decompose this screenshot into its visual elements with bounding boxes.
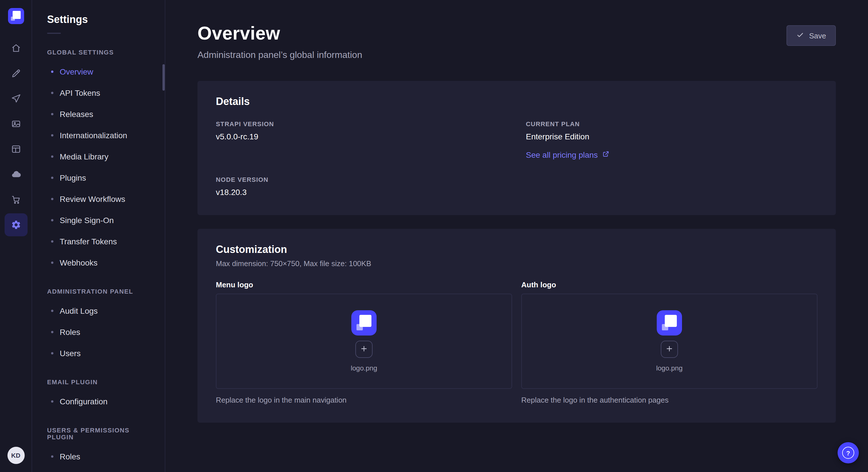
rail-item-marketplace[interactable] <box>4 188 27 211</box>
bullet-icon <box>51 240 53 242</box>
pricing-plans-link-label: See all pricing plans <box>526 150 598 160</box>
sidebar-item-plugins[interactable]: Plugins <box>32 167 165 188</box>
strapi-logo-preview <box>657 310 682 336</box>
strapi-version-field: STRAPI VERSION v5.0.0-rc.19 <box>216 121 507 160</box>
bullet-icon <box>51 219 53 221</box>
sidebar-item-up-roles[interactable]: Roles <box>32 446 165 467</box>
bullet-icon <box>51 92 53 94</box>
sidebar-item-admin-roles[interactable]: Roles <box>32 321 165 342</box>
sidebar-item-internationalization[interactable]: Internationalization <box>32 125 165 146</box>
sidebar-item-single-sign-on[interactable]: Single Sign-On <box>32 209 165 231</box>
details-card-title: Details <box>216 96 817 108</box>
gear-icon <box>11 220 21 230</box>
auth-logo-caption: Replace the logo in the authentication p… <box>521 396 817 404</box>
sidebar-item-releases[interactable]: Releases <box>32 103 165 125</box>
sidebar-item-api-tokens[interactable]: API Tokens <box>32 82 165 103</box>
sidebar-item-email-configuration[interactable]: Configuration <box>32 391 165 412</box>
sidebar-section-email-plugin: EMAIL PLUGIN Configuration <box>32 378 165 412</box>
pricing-plans-link[interactable]: See all pricing plans <box>526 150 610 160</box>
sidebar-item-label: Plugins <box>60 173 86 182</box>
rail-item-deploy[interactable] <box>4 87 27 110</box>
layout-icon <box>11 144 21 154</box>
sidebar-item-label: Single Sign-On <box>60 215 114 225</box>
rail-item-cloud[interactable] <box>4 163 27 186</box>
sidebar-item-label: Configuration <box>60 397 107 406</box>
customization-subtitle: Max dimension: 750×750, Max file size: 1… <box>216 259 817 268</box>
external-link-icon <box>602 150 610 160</box>
section-label: ADMINISTRATION PANEL <box>32 288 165 295</box>
save-button-label: Save <box>809 31 826 40</box>
rail-item-content-type-builder[interactable] <box>4 62 27 85</box>
menu-logo-block: Menu logo logo.png Replace the logo in t… <box>216 280 512 404</box>
strapi-logo[interactable] <box>8 8 24 24</box>
sidebar-scrollbar[interactable] <box>162 64 165 91</box>
node-version-field: NODE VERSION v18.20.3 <box>216 176 507 197</box>
page-title: Overview <box>197 23 362 44</box>
settings-sidebar-title: Settings <box>32 14 165 26</box>
field-value: v18.20.3 <box>216 188 507 197</box>
rail-item-settings[interactable] <box>4 213 27 236</box>
home-icon <box>11 43 21 53</box>
strapi-logo-preview <box>351 310 377 336</box>
sidebar-item-webhooks[interactable]: Webhooks <box>32 252 165 273</box>
sidebar-item-media-library[interactable]: Media Library <box>32 146 165 167</box>
sidebar-item-label: Roles <box>60 452 81 461</box>
bullet-icon <box>51 113 53 115</box>
customization-card: Customization Max dimension: 750×750, Ma… <box>197 229 836 423</box>
question-mark-icon: ? <box>842 447 854 459</box>
settings-sidebar: Settings GLOBAL SETTINGS Overview API To… <box>32 0 165 472</box>
sidebar-item-label: API Tokens <box>60 88 100 97</box>
current-plan-field: CURRENT PLAN Enterprise Edition See all … <box>526 121 817 160</box>
save-button[interactable]: Save <box>787 25 836 46</box>
check-icon <box>797 31 805 40</box>
page-header: Overview Administration panel’s global i… <box>197 23 836 60</box>
logo-grid: Menu logo logo.png Replace the logo in t… <box>216 280 817 404</box>
sidebar-item-admin-users[interactable]: Users <box>32 342 165 364</box>
details-card: Details STRAPI VERSION v5.0.0-rc.19 CURR… <box>197 81 836 215</box>
pen-icon <box>11 68 21 78</box>
sidebar-item-label: Transfer Tokens <box>60 237 117 246</box>
rail-item-content-manager[interactable] <box>4 138 27 161</box>
auth-logo-label: Auth logo <box>521 280 817 289</box>
plus-icon <box>665 344 673 354</box>
sidebar-item-label: Roles <box>60 327 81 336</box>
sidebar-item-audit-logs[interactable]: Audit Logs <box>32 300 165 321</box>
sidebar-section-users-permissions-plugin: USERS & PERMISSIONS PLUGIN Roles Provide… <box>32 427 165 472</box>
menu-logo-add-button[interactable] <box>355 341 373 358</box>
sidebar-section-global-settings: GLOBAL SETTINGS Overview API Tokens Rele… <box>32 49 165 273</box>
auth-logo-block: Auth logo logo.png Replace the logo in t… <box>521 280 817 404</box>
page-header-text: Overview Administration panel’s global i… <box>197 23 362 60</box>
details-grid: STRAPI VERSION v5.0.0-rc.19 CURRENT PLAN… <box>216 121 817 197</box>
rail-item-home[interactable] <box>4 37 27 60</box>
user-avatar[interactable]: KD <box>7 447 24 464</box>
sidebar-item-label: Webhooks <box>60 258 98 267</box>
sidebar-item-review-workflows[interactable]: Review Workflows <box>32 188 165 209</box>
menu-logo-filename: logo.png <box>351 364 377 372</box>
sidebar-item-transfer-tokens[interactable]: Transfer Tokens <box>32 231 165 252</box>
section-label: USERS & PERMISSIONS PLUGIN <box>32 427 165 440</box>
bullet-icon <box>51 176 53 179</box>
rail-item-media-library[interactable] <box>4 112 27 135</box>
images-icon <box>11 119 21 129</box>
plus-icon <box>360 344 368 354</box>
help-button[interactable]: ? <box>838 442 859 463</box>
menu-logo-caption: Replace the logo in the main navigation <box>216 396 512 404</box>
section-label: EMAIL PLUGIN <box>32 378 165 385</box>
auth-logo-filename: logo.png <box>656 364 683 372</box>
page-subtitle: Administration panel’s global informatio… <box>197 50 362 60</box>
customization-card-title: Customization <box>216 244 817 256</box>
sidebar-item-overview[interactable]: Overview <box>32 61 165 82</box>
main-content: Overview Administration panel’s global i… <box>165 0 868 472</box>
sidebar-item-label: Releases <box>60 109 93 119</box>
sidebar-item-up-providers[interactable]: Providers <box>32 467 165 472</box>
bullet-icon <box>51 198 53 200</box>
auth-logo-add-button[interactable] <box>661 341 678 358</box>
rail-items <box>4 37 27 236</box>
sidebar-section-administration-panel: ADMINISTRATION PANEL Audit Logs Roles Us… <box>32 288 165 364</box>
bullet-icon <box>51 455 53 458</box>
field-value: v5.0.0-rc.19 <box>216 132 507 141</box>
sidebar-item-label: Review Workflows <box>60 194 125 203</box>
paper-plane-icon <box>11 94 21 104</box>
field-label: CURRENT PLAN <box>526 121 817 127</box>
sidebar-item-label: Media Library <box>60 152 108 161</box>
